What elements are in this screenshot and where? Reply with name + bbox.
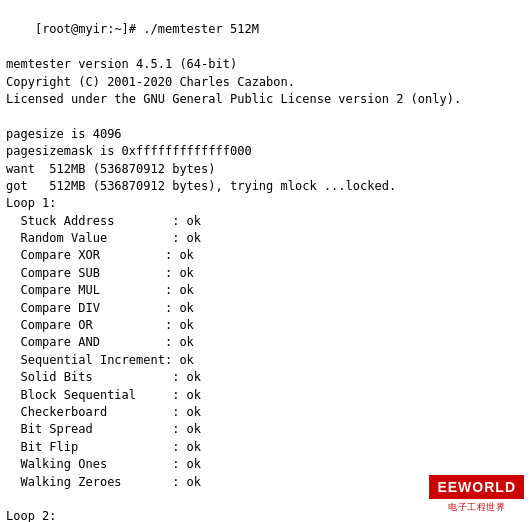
terminal-line: Copyright (C) 2001-2020 Charles Cazabon. [6,75,295,89]
terminal-line: Sequential Increment: ok [6,353,194,367]
watermark-sub: 电子工程世界 [448,501,505,514]
terminal-line: Compare MUL : ok [6,283,194,297]
terminal-line: Random Value : ok [6,231,201,245]
terminal-line: got 512MB (536870912 bytes), trying mloc… [6,179,396,193]
terminal-line: pagesize is 4096 [6,127,122,141]
terminal-line: Licensed under the GNU General Public Li… [6,92,461,106]
terminal-body: memtester version 4.5.1 (64-bit) Copyrig… [6,56,526,522]
watermark: EEWORLD 电子工程世界 [429,475,524,514]
terminal-line: memtester version 4.5.1 (64-bit) [6,57,237,71]
terminal-window: [root@myir:~]# ./memtester 512M memteste… [0,0,532,522]
terminal-line: Stuck Address : ok [6,214,201,228]
terminal-line: Bit Spread : ok [6,422,201,436]
terminal-line: Compare XOR : ok [6,248,194,262]
prompt-line: [root@myir:~]# ./memtester 512M [35,22,259,36]
terminal-line: Loop 2: [6,509,57,522]
terminal-line: Bit Flip : ok [6,440,201,454]
terminal-line: Walking Zeroes : ok [6,475,201,489]
terminal-line: Solid Bits : ok [6,370,201,384]
terminal-line: Checkerboard : ok [6,405,201,419]
terminal-line: Compare DIV : ok [6,301,194,315]
terminal-line: pagesizemask is 0xfffffffffffff000 [6,144,252,158]
watermark-logo: EEWORLD [429,475,524,499]
terminal-line: Compare SUB : ok [6,266,194,280]
terminal-line: Compare OR : ok [6,318,194,332]
terminal-line: Compare AND : ok [6,335,194,349]
terminal-content: [root@myir:~]# ./memtester 512M [6,4,526,56]
terminal-line: want 512MB (536870912 bytes) [6,162,216,176]
terminal-line: Walking Ones : ok [6,457,201,471]
terminal-line: Block Sequential : ok [6,388,201,402]
terminal-line: Loop 1: [6,196,57,210]
